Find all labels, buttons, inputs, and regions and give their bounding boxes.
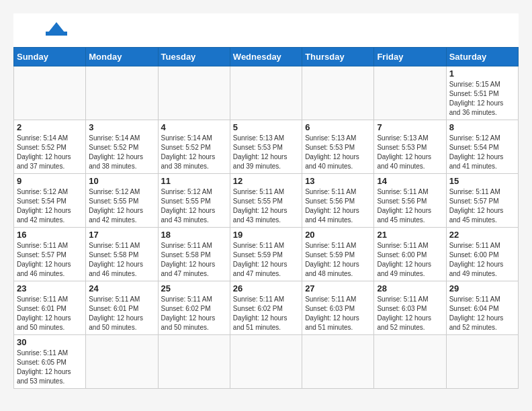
day-info: Sunrise: 5:11 AM Sunset: 5:59 PM Dayligh… xyxy=(305,241,371,279)
day-number: 29 xyxy=(449,283,515,293)
day-info: Sunrise: 5:12 AM Sunset: 5:55 PM Dayligh… xyxy=(161,187,227,225)
calendar-cell: 1Sunrise: 5:15 AM Sunset: 5:51 PM Daylig… xyxy=(446,66,518,120)
day-number: 6 xyxy=(305,122,371,132)
calendar-cell: 17Sunrise: 5:11 AM Sunset: 5:58 PM Dayli… xyxy=(86,228,158,281)
day-number: 5 xyxy=(233,122,299,132)
day-number: 2 xyxy=(17,122,83,132)
calendar-cell: 9Sunrise: 5:12 AM Sunset: 5:54 PM Daylig… xyxy=(14,174,86,228)
calendar-header-row: SundayMondayTuesdayWednesdayThursdayFrid… xyxy=(14,48,519,66)
day-info: Sunrise: 5:11 AM Sunset: 5:56 PM Dayligh… xyxy=(377,187,443,225)
day-info: Sunrise: 5:15 AM Sunset: 5:51 PM Dayligh… xyxy=(449,80,515,118)
day-info: Sunrise: 5:11 AM Sunset: 5:55 PM Dayligh… xyxy=(233,187,299,225)
calendar-cell xyxy=(374,66,446,120)
day-info: Sunrise: 5:11 AM Sunset: 6:04 PM Dayligh… xyxy=(449,295,515,332)
day-number: 27 xyxy=(305,283,371,293)
day-number: 10 xyxy=(89,176,154,186)
calendar-cell xyxy=(86,335,158,389)
calendar-cell xyxy=(230,335,302,389)
day-info: Sunrise: 5:11 AM Sunset: 5:56 PM Dayligh… xyxy=(305,187,371,225)
calendar-cell: 24Sunrise: 5:11 AM Sunset: 6:01 PM Dayli… xyxy=(86,281,158,335)
calendar-cell xyxy=(230,66,302,120)
calendar-week-row: 16Sunrise: 5:11 AM Sunset: 5:57 PM Dayli… xyxy=(14,228,519,281)
calendar-cell: 22Sunrise: 5:11 AM Sunset: 6:00 PM Dayli… xyxy=(446,228,518,281)
day-info: Sunrise: 5:13 AM Sunset: 5:53 PM Dayligh… xyxy=(305,134,371,171)
calendar-cell: 5Sunrise: 5:13 AM Sunset: 5:53 PM Daylig… xyxy=(230,120,302,174)
day-number: 14 xyxy=(377,176,443,186)
day-number: 3 xyxy=(89,122,154,132)
calendar-cell xyxy=(302,335,374,389)
calendar-cell: 2Sunrise: 5:14 AM Sunset: 5:52 PM Daylig… xyxy=(14,120,86,174)
day-number: 30 xyxy=(17,337,83,347)
day-number: 12 xyxy=(233,176,299,186)
calendar-cell: 21Sunrise: 5:11 AM Sunset: 6:00 PM Dayli… xyxy=(374,228,446,281)
calendar-cell: 28Sunrise: 5:11 AM Sunset: 6:03 PM Dayli… xyxy=(374,281,446,335)
day-info: Sunrise: 5:11 AM Sunset: 6:02 PM Dayligh… xyxy=(233,295,299,332)
day-number: 7 xyxy=(377,122,443,132)
col-header-monday: Monday xyxy=(86,48,158,66)
day-info: Sunrise: 5:12 AM Sunset: 5:55 PM Dayligh… xyxy=(89,187,154,225)
calendar-cell: 26Sunrise: 5:11 AM Sunset: 6:02 PM Dayli… xyxy=(230,281,302,335)
calendar-cell: 27Sunrise: 5:11 AM Sunset: 6:03 PM Dayli… xyxy=(302,281,374,335)
calendar-cell: 15Sunrise: 5:11 AM Sunset: 5:57 PM Dayli… xyxy=(446,174,518,228)
calendar-cell: 14Sunrise: 5:11 AM Sunset: 5:56 PM Dayli… xyxy=(374,174,446,228)
day-info: Sunrise: 5:14 AM Sunset: 5:52 PM Dayligh… xyxy=(161,134,227,171)
calendar-cell: 29Sunrise: 5:11 AM Sunset: 6:04 PM Dayli… xyxy=(446,281,518,335)
calendar-cell xyxy=(86,66,158,120)
day-number: 20 xyxy=(305,230,371,240)
day-info: Sunrise: 5:11 AM Sunset: 5:58 PM Dayligh… xyxy=(89,241,154,279)
calendar-table: SundayMondayTuesdayWednesdayThursdayFrid… xyxy=(13,47,519,389)
day-info: Sunrise: 5:11 AM Sunset: 6:01 PM Dayligh… xyxy=(17,295,83,332)
day-number: 18 xyxy=(161,230,227,240)
calendar-week-row: 1Sunrise: 5:15 AM Sunset: 5:51 PM Daylig… xyxy=(14,66,519,120)
calendar-cell: 3Sunrise: 5:14 AM Sunset: 5:52 PM Daylig… xyxy=(86,120,158,174)
day-number: 15 xyxy=(449,176,515,186)
day-number: 4 xyxy=(161,122,227,132)
day-info: Sunrise: 5:11 AM Sunset: 6:03 PM Dayligh… xyxy=(305,295,371,332)
calendar-cell: 25Sunrise: 5:11 AM Sunset: 6:02 PM Dayli… xyxy=(158,281,230,335)
calendar-cell: 30Sunrise: 5:11 AM Sunset: 6:05 PM Dayli… xyxy=(14,335,86,389)
calendar-cell: 8Sunrise: 5:12 AM Sunset: 5:54 PM Daylig… xyxy=(446,120,518,174)
day-info: Sunrise: 5:13 AM Sunset: 5:53 PM Dayligh… xyxy=(377,134,443,171)
header xyxy=(13,13,519,42)
calendar-cell: 13Sunrise: 5:11 AM Sunset: 5:56 PM Dayli… xyxy=(302,174,374,228)
calendar-cell: 4Sunrise: 5:14 AM Sunset: 5:52 PM Daylig… xyxy=(158,120,230,174)
day-number: 22 xyxy=(449,230,515,240)
calendar-cell xyxy=(158,66,230,120)
calendar-cell xyxy=(374,335,446,389)
day-info: Sunrise: 5:11 AM Sunset: 5:58 PM Dayligh… xyxy=(161,241,227,279)
day-info: Sunrise: 5:11 AM Sunset: 6:01 PM Dayligh… xyxy=(89,295,154,332)
logo xyxy=(20,24,75,38)
col-header-sunday: Sunday xyxy=(14,48,86,66)
col-header-thursday: Thursday xyxy=(302,48,374,66)
calendar-cell: 10Sunrise: 5:12 AM Sunset: 5:55 PM Dayli… xyxy=(86,174,158,228)
day-number: 11 xyxy=(161,176,227,186)
col-header-wednesday: Wednesday xyxy=(230,48,302,66)
logo-icon xyxy=(21,21,75,36)
day-info: Sunrise: 5:14 AM Sunset: 5:52 PM Dayligh… xyxy=(89,134,154,171)
svg-rect-1 xyxy=(46,32,67,36)
day-number: 19 xyxy=(233,230,299,240)
day-number: 26 xyxy=(233,283,299,293)
day-number: 8 xyxy=(449,122,515,132)
calendar-cell xyxy=(302,66,374,120)
day-number: 9 xyxy=(17,176,83,186)
day-info: Sunrise: 5:14 AM Sunset: 5:52 PM Dayligh… xyxy=(17,134,83,171)
calendar-cell: 11Sunrise: 5:12 AM Sunset: 5:55 PM Dayli… xyxy=(158,174,230,228)
day-number: 17 xyxy=(89,230,154,240)
calendar-cell: 12Sunrise: 5:11 AM Sunset: 5:55 PM Dayli… xyxy=(230,174,302,228)
calendar-cell xyxy=(446,335,518,389)
day-info: Sunrise: 5:12 AM Sunset: 5:54 PM Dayligh… xyxy=(17,187,83,225)
day-number: 23 xyxy=(17,283,83,293)
day-info: Sunrise: 5:12 AM Sunset: 5:54 PM Dayligh… xyxy=(449,134,515,171)
day-info: Sunrise: 5:13 AM Sunset: 5:53 PM Dayligh… xyxy=(233,134,299,171)
day-info: Sunrise: 5:11 AM Sunset: 5:59 PM Dayligh… xyxy=(233,241,299,279)
day-number: 21 xyxy=(377,230,443,240)
col-header-tuesday: Tuesday xyxy=(158,48,230,66)
calendar-cell: 18Sunrise: 5:11 AM Sunset: 5:58 PM Dayli… xyxy=(158,228,230,281)
calendar-week-row: 9Sunrise: 5:12 AM Sunset: 5:54 PM Daylig… xyxy=(14,174,519,228)
calendar-cell: 20Sunrise: 5:11 AM Sunset: 5:59 PM Dayli… xyxy=(302,228,374,281)
day-info: Sunrise: 5:11 AM Sunset: 6:02 PM Dayligh… xyxy=(161,295,227,332)
calendar-week-row: 30Sunrise: 5:11 AM Sunset: 6:05 PM Dayli… xyxy=(14,335,519,389)
day-info: Sunrise: 5:11 AM Sunset: 6:05 PM Dayligh… xyxy=(17,349,83,386)
day-number: 28 xyxy=(377,283,443,293)
